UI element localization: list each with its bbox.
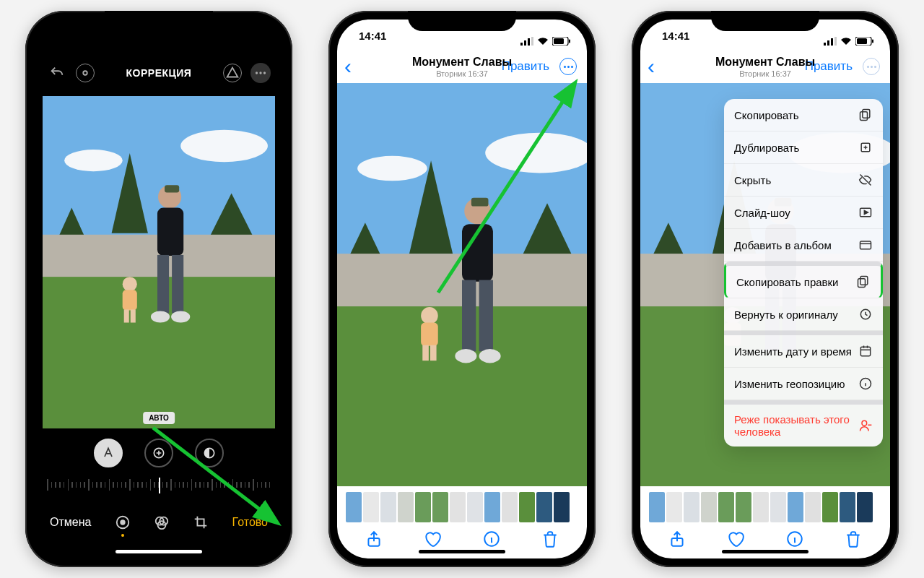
menu-item-location[interactable]: Изменить геопозицию	[724, 368, 883, 400]
mode-adjust-icon[interactable]	[114, 514, 131, 531]
svg-rect-15	[157, 255, 169, 314]
thumbnail[interactable]	[502, 492, 518, 522]
more-button[interactable]	[559, 58, 577, 75]
home-indicator[interactable]	[419, 550, 505, 553]
menu-item-duplicate[interactable]: Дублировать	[724, 131, 883, 164]
thumbnail[interactable]	[753, 492, 769, 522]
thumbnail[interactable]	[415, 492, 431, 522]
thumbnail-strip[interactable]	[649, 492, 881, 522]
svg-point-18	[171, 311, 190, 322]
revert-icon	[858, 307, 873, 322]
favorite-icon[interactable]	[726, 530, 745, 548]
svg-point-2	[259, 72, 261, 74]
menu-item-label: Слайд-шоу	[734, 207, 790, 219]
mode-filters-icon[interactable]	[153, 514, 170, 531]
svg-rect-33	[524, 40, 526, 46]
adjustment-slider[interactable]	[47, 479, 271, 498]
thumbnail[interactable]	[484, 492, 500, 522]
date-subtitle: Вторник 16:37	[412, 69, 512, 78]
undo-icon[interactable]	[47, 63, 67, 83]
more-button[interactable]	[863, 58, 880, 75]
trash-icon[interactable]	[844, 530, 863, 548]
menu-item-hide[interactable]: Скрыть	[724, 164, 883, 197]
info-icon[interactable]	[785, 530, 804, 548]
back-button[interactable]: ‹	[344, 56, 352, 77]
menu-item-album[interactable]: Добавить в альбом	[724, 229, 883, 262]
thumbnail[interactable]	[554, 492, 570, 522]
svg-rect-49	[462, 224, 493, 281]
thumbnail[interactable]	[788, 492, 803, 522]
thumbnail[interactable]	[450, 492, 466, 522]
done-button[interactable]: Готово	[232, 516, 268, 529]
phone-menu-mockup: 14:41 ‹ Монумент Славы Вторник 16:37 Пра…	[632, 11, 899, 567]
thumbnail[interactable]	[684, 492, 699, 522]
thumbnail[interactable]	[536, 492, 552, 522]
thumbnail[interactable]	[770, 492, 786, 522]
thumbnail[interactable]	[840, 492, 855, 522]
trash-icon[interactable]	[541, 530, 559, 548]
menu-item-copy-edits[interactable]: Скопировать правки	[724, 262, 883, 298]
back-button[interactable]: ‹	[648, 56, 655, 77]
thumbnail[interactable]	[519, 492, 535, 522]
thumbnail[interactable]	[701, 492, 717, 522]
thumbnail[interactable]	[398, 492, 414, 522]
svg-rect-68	[872, 40, 873, 43]
thumbnail[interactable]	[346, 492, 362, 522]
more-icon[interactable]	[250, 63, 271, 83]
share-icon[interactable]	[668, 530, 687, 548]
date-subtitle: Вторник 16:37	[715, 69, 815, 78]
svg-point-41	[357, 156, 427, 181]
location-title: Монумент Славы	[715, 56, 815, 69]
live-photo-icon[interactable]	[76, 64, 95, 82]
thumbnail[interactable]	[857, 492, 873, 522]
share-icon[interactable]	[365, 530, 383, 548]
menu-item-copy[interactable]: Скопировать	[724, 99, 883, 131]
markup-icon[interactable]	[223, 64, 242, 82]
home-indicator[interactable]	[116, 550, 202, 553]
thumbnail[interactable]	[718, 492, 734, 522]
info-icon[interactable]	[482, 530, 501, 548]
svg-rect-84	[863, 110, 870, 118]
auto-badge: АВТО	[143, 412, 175, 424]
status-time: 14:41	[359, 30, 386, 53]
thumbnail[interactable]	[363, 492, 379, 522]
photo-canvas[interactable]: АВТО	[43, 96, 275, 428]
thumbnail[interactable]	[380, 492, 396, 522]
calendar-icon	[858, 344, 873, 358]
menu-item-calendar[interactable]: Изменить дату и время	[724, 331, 883, 368]
edit-bottom-bar: Отмена Готово	[34, 498, 284, 531]
svg-point-3	[263, 72, 266, 74]
dial-auto[interactable]	[94, 439, 123, 467]
home-indicator[interactable]	[722, 550, 808, 553]
thumbnail[interactable]	[666, 492, 682, 522]
svg-rect-13	[165, 185, 179, 192]
thumbnail[interactable]	[649, 492, 665, 522]
location-title: Монумент Славы	[412, 56, 512, 69]
svg-point-19	[123, 277, 137, 291]
cancel-button[interactable]: Отмена	[50, 516, 91, 529]
dial-brilliance[interactable]	[195, 439, 224, 467]
menu-item-play[interactable]: Слайд-шоу	[724, 197, 883, 229]
photo-viewer[interactable]	[337, 83, 587, 486]
menu-item-person-minus[interactable]: Реже показывать этого человека	[724, 400, 883, 447]
mode-crop-icon[interactable]	[192, 514, 209, 531]
menu-item-revert[interactable]: Вернуть к оригиналу	[724, 298, 883, 331]
thumbnail[interactable]	[432, 492, 448, 522]
thumbnail[interactable]	[467, 492, 483, 522]
svg-rect-38	[569, 40, 570, 43]
svg-rect-22	[131, 309, 136, 322]
duplicate-icon	[858, 140, 873, 155]
svg-rect-85	[860, 112, 868, 121]
svg-rect-35	[531, 37, 533, 46]
status-time: 14:41	[662, 30, 689, 53]
svg-point-52	[455, 349, 476, 363]
main-photo	[337, 83, 587, 486]
dial-exposure[interactable]	[144, 439, 173, 467]
copy-icon	[858, 108, 873, 122]
adjustment-dials	[34, 439, 284, 467]
thumbnail[interactable]	[805, 492, 821, 522]
thumbnail[interactable]	[736, 492, 751, 522]
thumbnail-strip[interactable]	[346, 492, 578, 522]
thumbnail[interactable]	[822, 492, 838, 522]
favorite-icon[interactable]	[423, 530, 442, 548]
